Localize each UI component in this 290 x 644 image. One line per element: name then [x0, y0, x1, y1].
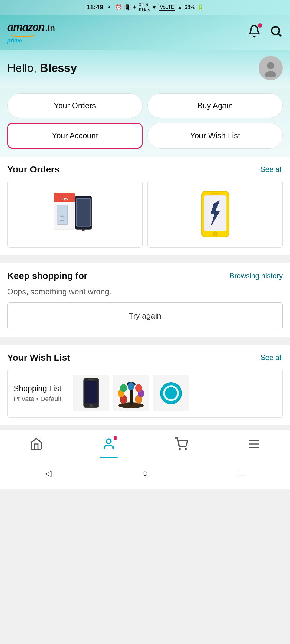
svg-point-36 [165, 387, 177, 399]
data-speed: 0.16KB/S [139, 2, 150, 12]
wish-list-see-all[interactable]: See all [261, 353, 283, 362]
your-account-button[interactable]: Your Account [7, 123, 143, 149]
greeting-text: Hello, Blessy [7, 62, 77, 75]
svg-rect-23 [88, 379, 94, 380]
svg-text:Settle: Settle [60, 219, 64, 221]
notification-dot [258, 23, 262, 28]
your-orders-button[interactable]: Your Orders [7, 93, 143, 118]
amazon-arrow [7, 34, 38, 37]
svg-point-38 [179, 449, 180, 450]
order-image-2 [154, 187, 276, 241]
nav-account[interactable] [95, 435, 123, 453]
account-icon [102, 437, 115, 451]
svg-line-2 [279, 34, 281, 36]
android-recent[interactable]: □ [232, 464, 251, 482]
alexa-svg [159, 381, 183, 405]
signal-icon: ▲ [177, 4, 183, 11]
android-home[interactable]: ○ [136, 464, 154, 482]
your-account-label: Your Account [52, 131, 98, 140]
avatar-icon [262, 59, 280, 77]
wish-list-info: Shopping List Private • Default [14, 384, 68, 403]
svg-rect-21 [85, 381, 97, 403]
wish-list-meta: Private • Default [14, 395, 68, 403]
account-nav-dot [114, 436, 117, 440]
orders-grid: PPRO Never Settle [7, 181, 283, 248]
status-dot: • [108, 3, 110, 11]
your-wish-list-label: Your Wish List [190, 131, 240, 140]
menu-icon [247, 437, 260, 451]
wish-list-section: Your Wish List See all Shopping List Pri… [0, 345, 290, 425]
svg-rect-8 [57, 205, 68, 225]
android-home-button[interactable]: ○ [142, 468, 148, 479]
orders-section-header: Your Orders See all [7, 164, 283, 175]
search-icon [269, 25, 283, 38]
order-card-1[interactable]: PPRO Never Settle [7, 181, 143, 248]
status-time: 11:49 [86, 3, 103, 11]
vibrate-icon: 📳 [124, 4, 130, 11]
cart-icon [175, 437, 188, 451]
bottom-navigation [0, 430, 290, 459]
svg-rect-14 [76, 198, 91, 226]
spice-rack-svg [114, 377, 148, 410]
status-bar: 11:49 • ⏰ 📳 ✦ 0.16KB/S ▼ VoLTE ▲ 68% 🔋 [0, 0, 290, 15]
volte-icon: VoLTE [159, 4, 175, 11]
wish-list-images [73, 375, 276, 411]
user-avatar[interactable] [259, 56, 283, 80]
try-again-button[interactable]: Try again [7, 302, 283, 329]
divider-2 [0, 342, 290, 345]
divider-1 [0, 260, 290, 263]
nav-home[interactable] [22, 435, 50, 453]
svg-text:PPRO: PPRO [61, 197, 68, 200]
svg-point-3 [267, 62, 274, 69]
svg-point-13 [82, 228, 85, 231]
orders-section: Your Orders See all PPRO Never Settle [0, 157, 290, 255]
back-button[interactable]: ◁ [45, 468, 52, 478]
wish-item-phone [73, 375, 109, 411]
prime-label: prime [7, 38, 22, 44]
search-button[interactable] [269, 25, 283, 39]
svg-point-37 [107, 439, 111, 444]
keep-shopping-section: Keep shopping for Browsing history Oops,… [0, 263, 290, 337]
svg-text:Never: Never [59, 216, 64, 217]
svg-point-32 [135, 384, 142, 392]
home-icon [30, 437, 43, 451]
wifi-icon: ▼ [151, 4, 157, 11]
nav-cart[interactable] [167, 435, 195, 453]
svg-rect-19 [211, 193, 220, 194]
recent-apps-button[interactable]: □ [239, 468, 244, 478]
wish-item-spice-rack [113, 375, 149, 411]
status-icons: ⏰ 📳 ✦ 0.16KB/S ▼ VoLTE ▲ 68% 🔋 [115, 2, 204, 12]
screen-protector-svg: PPRO Never Settle [51, 187, 99, 241]
charger-phone-svg [194, 187, 236, 241]
battery-icon: 🔋 [197, 4, 204, 11]
svg-point-33 [128, 382, 134, 390]
nav-menu[interactable] [240, 435, 268, 453]
greeting-hello: Hello, Blessy [7, 62, 77, 74]
wish-list-header: Your Wish List See all [7, 352, 283, 363]
wish-list-card[interactable]: Shopping List Private • Default [7, 369, 283, 418]
orders-see-all[interactable]: See all [261, 165, 283, 174]
amazon-logo: amazon .in prime [7, 19, 55, 44]
buy-again-button[interactable]: Buy Again [147, 93, 283, 118]
greeting-section: Hello, Blessy [0, 50, 290, 87]
try-again-label: Try again [129, 311, 161, 320]
keep-shopping-header: Keep shopping for Browsing history [7, 271, 283, 281]
svg-marker-0 [33, 35, 35, 36]
notification-bell[interactable] [248, 25, 261, 39]
svg-point-22 [90, 404, 93, 407]
wish-list-name: Shopping List [14, 384, 68, 393]
app-header: amazon .in prime [0, 15, 290, 50]
keep-shopping-title: Keep shopping for [7, 271, 87, 281]
android-back[interactable]: ◁ [39, 464, 58, 482]
alarm-icon: ⏰ [115, 4, 122, 11]
your-orders-label: Your Orders [54, 101, 96, 110]
logo-dot-in: .in [45, 23, 55, 33]
browsing-history-link[interactable]: Browsing history [229, 272, 283, 280]
your-wish-list-button[interactable]: Your Wish List [147, 123, 283, 149]
battery-percent: 68% [184, 4, 195, 11]
wish-phone-svg [77, 377, 105, 410]
svg-point-1 [272, 27, 279, 34]
svg-point-18 [213, 232, 217, 236]
svg-point-31 [120, 384, 127, 392]
order-card-2[interactable] [147, 181, 283, 248]
